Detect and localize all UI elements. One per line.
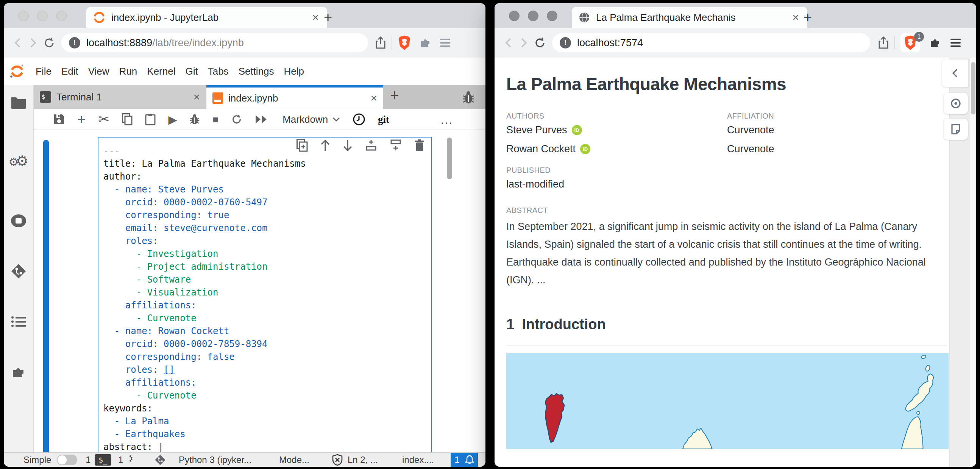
cell-type-dropdown[interactable]: Markdown (283, 114, 340, 125)
add-tab-button[interactable]: + (390, 87, 399, 109)
markdown-cell[interactable]: ---title: La Palma Earthquake Mechanisms… (98, 137, 432, 453)
duplicate-cell-icon[interactable] (296, 139, 308, 152)
extensions-puzzle-icon[interactable] (419, 37, 432, 49)
run-cell-icon[interactable]: ▶ (168, 113, 177, 126)
notebook-toolbar: + ✂ ▶ ■ Markdown (34, 109, 485, 130)
git-icon[interactable] (11, 263, 27, 279)
paste-cells-icon[interactable] (145, 113, 156, 125)
cell-source-editor[interactable]: ---title: La Palma Earthquake Mechanisms… (99, 137, 431, 453)
running-kernels-icon[interactable] (10, 214, 27, 228)
menu-item-help[interactable]: Help (284, 65, 304, 77)
browser-tab-jupyterlab[interactable]: index.ipynb - JupyterLab × (86, 7, 327, 28)
notebook-scrollbar[interactable] (447, 137, 452, 179)
shield-badge: 1 (914, 32, 924, 41)
copy-cells-icon[interactable] (122, 113, 132, 125)
insert-cell-below-icon[interactable] (390, 139, 402, 152)
new-tab-button[interactable]: + (324, 11, 332, 23)
command-mode-label[interactable]: Mode... (279, 453, 309, 467)
annotation-button[interactable] (943, 118, 968, 140)
address-bar[interactable]: ! localhost:8889/lab/tree/index.ipynb (61, 34, 368, 52)
share-icon[interactable] (375, 36, 386, 49)
address-bar[interactable]: ! localhost:7574 (552, 34, 870, 52)
collapse-panel-button[interactable] (942, 59, 968, 87)
move-cell-down-icon[interactable] (343, 139, 353, 152)
menu-item-kernel[interactable]: Kernel (147, 65, 175, 77)
close-window-button[interactable] (509, 11, 520, 21)
menu-item-run[interactable]: Run (119, 65, 137, 77)
git-branch-icon[interactable] (154, 453, 166, 467)
kernel-name[interactable]: Python 3 (ipyker... (179, 453, 251, 467)
menu-item-settings[interactable]: Settings (239, 65, 274, 77)
menu-item-edit[interactable]: Edit (61, 65, 78, 77)
site-info-icon[interactable]: ! (560, 37, 571, 48)
restart-kernel-icon[interactable] (231, 114, 242, 125)
restart-run-all-icon[interactable] (255, 115, 268, 124)
section-divider (506, 345, 947, 346)
git-toolbar-label[interactable]: git (378, 114, 389, 125)
menu-item-tabs[interactable]: Tabs (208, 65, 229, 77)
debug-bug-icon[interactable] (189, 114, 200, 125)
window-controls[interactable] (509, 11, 557, 21)
back-icon[interactable] (13, 37, 28, 49)
active-cell-indicator[interactable] (43, 140, 49, 453)
orcid-icon[interactable]: iD (580, 144, 590, 154)
share-icon[interactable] (878, 36, 889, 49)
menu-hamburger-icon[interactable] (950, 37, 961, 49)
page-scrollbar-thumb[interactable] (971, 62, 975, 115)
extensions-puzzle-icon[interactable] (11, 365, 26, 380)
forward-icon[interactable] (519, 37, 534, 49)
toc-icon[interactable] (11, 316, 26, 328)
notification-badge[interactable]: 1 (450, 453, 478, 467)
brave-shield-icon[interactable] (398, 35, 411, 51)
cut-cells-icon[interactable]: ✂ (98, 112, 110, 127)
brave-shield-icon[interactable]: 1 (900, 34, 920, 52)
minimize-window-button[interactable] (37, 11, 48, 21)
menu-item-view[interactable]: View (88, 65, 110, 77)
site-info-icon[interactable]: ! (69, 37, 80, 48)
zoom-window-button[interactable] (56, 11, 67, 21)
reload-icon[interactable] (534, 37, 549, 49)
close-tab-icon[interactable]: × (193, 91, 200, 104)
browser-tab-article[interactable]: La Palma Earthquake Mechanis × (572, 7, 807, 28)
cursor-position[interactable]: Ln 2, ... (348, 453, 378, 467)
file-browser-icon[interactable] (11, 96, 27, 110)
desktop: index.ipynb - JupyterLab × + ! localhost… (0, 0, 980, 469)
article-browser-window: La Palma Earthquake Mechanis × + ! local… (495, 3, 976, 467)
menu-item-file[interactable]: File (36, 65, 51, 77)
minimize-window-button[interactable] (528, 11, 538, 21)
close-window-button[interactable] (18, 11, 29, 21)
reload-icon[interactable] (43, 37, 58, 49)
extensions-puzzle-icon[interactable] (929, 37, 941, 49)
back-icon[interactable] (504, 37, 519, 49)
window-controls[interactable] (18, 11, 67, 21)
history-clock-icon[interactable] (353, 113, 366, 126)
more-options-icon[interactable]: … (440, 112, 453, 127)
notebook-area[interactable]: ---title: La Palma Earthquake Mechanisms… (34, 130, 485, 453)
stop-kernel-icon[interactable]: ■ (212, 114, 218, 125)
page-scroll-gutter[interactable] (970, 57, 976, 467)
orcid-icon[interactable]: iD (572, 125, 582, 135)
right-tabstrip: La Palma Earthquake Mechanis × + (495, 3, 976, 28)
dock-tab-notebook[interactable]: index.ipynb × (206, 85, 383, 109)
tab-title: La Palma Earthquake Mechanis (596, 12, 736, 24)
debugger-bug-icon[interactable] (462, 91, 475, 104)
insert-cell-above-icon[interactable] (365, 139, 377, 152)
dock-tab-terminal[interactable]: $_ Terminal 1 × (34, 85, 206, 109)
simple-mode-toggle[interactable] (57, 453, 77, 467)
forward-icon[interactable] (28, 37, 43, 49)
save-icon[interactable] (53, 114, 65, 125)
close-tab-icon[interactable]: × (310, 12, 320, 23)
globe-icon (579, 12, 590, 23)
menu-item-git[interactable]: Git (185, 65, 198, 77)
move-cell-up-icon[interactable] (320, 139, 330, 152)
close-tab-icon[interactable]: × (370, 92, 377, 105)
add-cell-icon[interactable]: + (77, 112, 86, 128)
visibility-button[interactable] (943, 93, 968, 114)
delete-cell-trash-icon[interactable] (414, 139, 425, 152)
zoom-window-button[interactable] (547, 11, 557, 21)
menu-hamburger-icon[interactable] (440, 37, 450, 49)
new-tab-button[interactable]: + (803, 11, 812, 23)
close-tab-icon[interactable]: × (791, 12, 800, 23)
property-inspector-gears-icon[interactable]: ⚙⚙ (9, 153, 29, 169)
kernel-count: 1 (118, 453, 123, 467)
